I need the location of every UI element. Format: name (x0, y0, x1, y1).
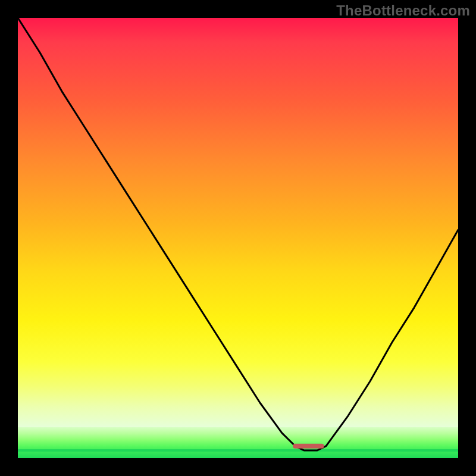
plot-area (18, 18, 458, 458)
chart-stage: TheBottleneck.com (0, 0, 476, 476)
bottleneck-curve (18, 18, 458, 450)
curve-layer (18, 18, 458, 458)
watermark-text: TheBottleneck.com (336, 2, 470, 19)
